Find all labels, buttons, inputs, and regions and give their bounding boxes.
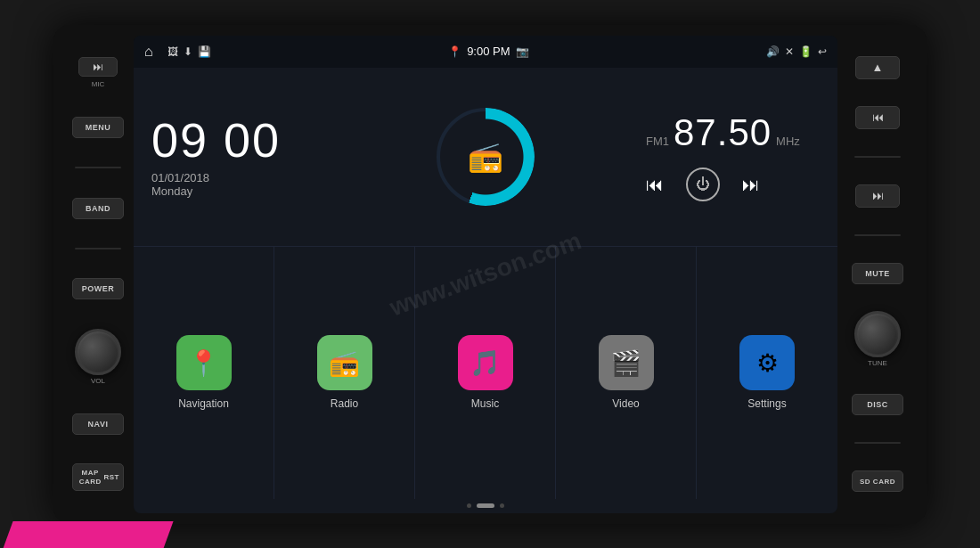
app-navigation[interactable]: 📍 Navigation [134, 247, 274, 499]
music-label: Music [471, 397, 499, 410]
page-dots [134, 499, 837, 513]
fm-info: FM1 87.50 MHz ⏮ ⏻ ⏭ [633, 68, 837, 246]
radio-center-icon: 📻 [468, 140, 503, 174]
fm-frequency-row: FM1 87.50 MHz [646, 111, 824, 154]
next-track-button[interactable]: ⏭ [855, 184, 900, 208]
disc-button[interactable]: DISC [852, 394, 903, 415]
sd-card-button[interactable]: SD CARD [852, 470, 903, 492]
camera-status-icon: 📷 [516, 45, 529, 58]
power-button[interactable]: POWER [72, 278, 124, 299]
status-bar: ⌂ 🖼 ⬇ 💾 📍 9:00 PM 📷 🔊 ✕ 🔋 ↩ [134, 36, 837, 68]
gallery-icon: 🖼 [167, 45, 178, 58]
divider [854, 442, 901, 444]
divider [75, 167, 121, 168]
fm-next-button[interactable]: ⏭ [742, 175, 760, 195]
video-icon: 🎬 [599, 335, 654, 390]
music-icon: 🎵 [458, 335, 513, 390]
status-icons-left: 🖼 ⬇ 💾 [167, 45, 211, 58]
home-icon[interactable]: ⌂ [144, 44, 153, 60]
app-grid: 📍 Navigation 📻 Radio 🎵 Music 🎬 Video ⚙ [134, 246, 837, 499]
band-button[interactable]: BAND [72, 198, 124, 219]
radio-icon: 📻 [317, 335, 372, 390]
top-left-buttons: ⏭ MIC [78, 57, 118, 88]
app-video[interactable]: 🎬 Video [556, 247, 697, 499]
tune-knob-container: TUNE [854, 311, 901, 367]
mic-label: MIC [92, 80, 105, 88]
top-section: 09 00 01/01/2018 Monday 📻 FM1 [134, 68, 837, 246]
right-control-panel: ▲ ⏮ ⏭ MUTE TUNE DISC SD CARD [837, 36, 918, 513]
back-icon[interactable]: ↩ [818, 45, 827, 58]
clock-area: 09 00 01/01/2018 Monday [134, 68, 339, 246]
volume-knob-container: VOL [75, 329, 121, 385]
main-content: 09 00 01/01/2018 Monday 📻 FM1 [134, 68, 837, 513]
map-card-button[interactable]: MAP CARD RST [72, 463, 124, 491]
navigation-label: Navigation [178, 397, 229, 410]
download-icon: ⬇ [184, 45, 192, 58]
fm-frequency: 87.50 [674, 111, 772, 154]
navi-button[interactable]: NAVI [72, 413, 124, 435]
eject-button[interactable]: ▲ [855, 56, 900, 79]
fm-unit: MHz [776, 135, 800, 148]
tune-label: TUNE [868, 359, 887, 367]
settings-icon: ⚙ [739, 335, 795, 390]
location-icon: 📍 [448, 45, 461, 58]
app-settings[interactable]: ⚙ Settings [697, 247, 837, 499]
status-center: 📍 9:00 PM 📷 [218, 45, 759, 58]
fm-power-button[interactable]: ⏻ [686, 168, 720, 201]
radio-dial[interactable]: 📻 [437, 108, 535, 206]
car-unit: ⏭ MIC MENU BAND POWER VOL NAVI MAP CARD … [53, 25, 927, 524]
app-music[interactable]: 🎵 Music [415, 247, 556, 499]
main-screen: www.witson.com ⌂ 🖼 ⬇ 💾 📍 9:00 PM 📷 🔊 ✕ 🔋… [134, 36, 837, 513]
prev-track-button[interactable]: ⏮ [855, 106, 900, 129]
storage-icon: 💾 [198, 45, 211, 58]
clock-day: Monday [151, 184, 321, 198]
mute-button[interactable]: MUTE [852, 263, 903, 284]
page-dot-1[interactable] [467, 503, 471, 508]
settings-label: Settings [747, 397, 786, 410]
fm-band-label: FM1 [646, 135, 669, 148]
clock-date: 01/01/2018 [151, 171, 321, 184]
video-label: Video [612, 397, 639, 410]
left-control-panel: ⏭ MIC MENU BAND POWER VOL NAVI MAP CARD … [62, 36, 134, 513]
status-time: 9:00 PM [467, 45, 510, 58]
volume-status-icon: 🔊 [766, 45, 780, 58]
divider [75, 248, 121, 249]
page-dot-2-active[interactable] [477, 503, 494, 508]
menu-button[interactable]: MENU [72, 117, 124, 138]
brand-accent [0, 521, 174, 548]
navigation-icon: 📍 [176, 335, 232, 390]
status-right: 🔊 ✕ 🔋 ↩ [766, 45, 827, 58]
battery-icon: 🔋 [799, 45, 813, 58]
play-pause-button[interactable]: ⏭ [78, 57, 118, 77]
radio-label: Radio [331, 397, 358, 410]
fm-prev-button[interactable]: ⏮ [646, 175, 664, 195]
volume-knob[interactable] [75, 329, 121, 375]
app-radio[interactable]: 📻 Radio [274, 247, 415, 499]
fm-controls: ⏮ ⏻ ⏭ [646, 168, 824, 201]
divider [854, 234, 901, 236]
page-dot-3[interactable] [500, 503, 504, 508]
clock-time: 09 00 [151, 116, 321, 164]
x-icon: ✕ [785, 45, 794, 58]
tune-knob[interactable] [854, 311, 901, 357]
vol-label: VOL [91, 377, 105, 385]
radio-dial-area: 📻 [339, 68, 633, 246]
divider [854, 156, 901, 158]
